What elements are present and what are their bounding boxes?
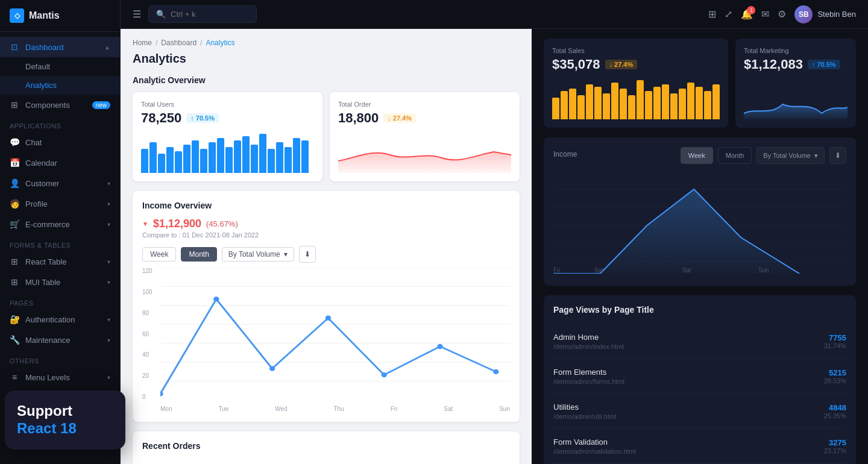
metric-value-sales: $35,078 bbox=[552, 57, 600, 72]
down-arrow-icon: ▼ bbox=[142, 221, 148, 227]
svg-text:Sun: Sun bbox=[758, 267, 769, 274]
list-item: Form Validation /demo/admin/validation.h… bbox=[553, 429, 846, 464]
metric-badge-marketing: ↑ 70.5% bbox=[808, 60, 840, 69]
fullscreen-icon-button[interactable]: ⤢ bbox=[725, 8, 732, 20]
topbar: ☰ 🔍 ⊞ ⤢ 🔔 1 ✉ ⚙ SB Stebin Ben bbox=[121, 0, 868, 29]
auth-icon: 🔐 bbox=[10, 315, 19, 324]
metric-value-order: 18,800 bbox=[338, 110, 379, 126]
mail-icon-button[interactable]: ✉ bbox=[761, 8, 769, 20]
sidebar-item-calendar[interactable]: 📅 Calendar bbox=[0, 152, 120, 173]
income-overview-section: Income Overview ▼ $1,12,900 (45.67%) Com… bbox=[133, 191, 520, 422]
pv-url: /demo/admin/util.html bbox=[553, 413, 824, 420]
sidebar-item-ecommerce[interactable]: 🛒 E-commerce ▾ bbox=[0, 214, 120, 234]
breadcrumb-current: Analytics bbox=[206, 39, 234, 47]
metric-label-users: Total Users bbox=[141, 101, 314, 108]
income-line-chart: 0 20 40 60 80 100 120 bbox=[142, 268, 510, 412]
menu-icon: ≡ bbox=[10, 372, 19, 382]
breadcrumb: Home / Dashboard / Analytics bbox=[133, 39, 520, 47]
sidebar-item-react-table[interactable]: ⊞ React Table ▾ bbox=[0, 251, 120, 272]
chevron-down-icon: ▾ bbox=[107, 279, 110, 286]
volume-select[interactable]: By Total Volume ▾ bbox=[222, 247, 294, 262]
chevron-down-icon: ▾ bbox=[107, 316, 110, 323]
customer-icon: 👤 bbox=[10, 178, 19, 188]
pv-title: Form Elements bbox=[553, 368, 824, 377]
svg-point-8 bbox=[213, 296, 219, 301]
svg-point-9 bbox=[269, 366, 275, 371]
col-product: PRODUCT NAME bbox=[218, 458, 304, 464]
content-light: Home / Dashboard / Analytics Analytics A… bbox=[121, 29, 532, 464]
search-box[interactable]: 🔍 bbox=[148, 5, 257, 23]
content-dark: Total Sales $35,078 ↓ 27.4% Total Market… bbox=[532, 29, 868, 464]
svg-text:Fri: Fri bbox=[553, 267, 560, 274]
metric-badge-order: ↓ 27.4% bbox=[383, 113, 416, 123]
topbar-left: ☰ 🔍 bbox=[133, 5, 701, 23]
svg-point-12 bbox=[437, 344, 442, 349]
new-badge: new bbox=[92, 101, 110, 109]
calendar-icon: 📅 bbox=[10, 158, 19, 168]
sales-bar-chart bbox=[552, 77, 720, 119]
nav-label: React Table bbox=[25, 257, 66, 266]
sidebar-item-profile[interactable]: 🧑 Profile ▾ bbox=[0, 193, 120, 214]
dark-area-svg: Fri Sat Sat Sun bbox=[553, 171, 846, 274]
dark-income-chart: Income Week Month By Total Volume ▾ ⬇ bbox=[544, 137, 856, 286]
month-button[interactable]: Month bbox=[181, 247, 216, 262]
metric-cards: Total Users 78,250 ↑ 70.5% Total Order 1… bbox=[133, 92, 520, 181]
apps-icon-button[interactable]: ⊞ bbox=[708, 8, 716, 20]
maintenance-icon: 🔧 bbox=[10, 335, 19, 345]
sidebar-item-mui-table[interactable]: ⊞ MUI Table ▾ bbox=[0, 272, 120, 292]
sidebar-item-customer[interactable]: 👤 Customer ▾ bbox=[0, 173, 120, 193]
settings-icon-button[interactable]: ⚙ bbox=[778, 8, 786, 20]
chevron-down-icon: ▾ bbox=[107, 259, 110, 265]
col-status: STATUS bbox=[380, 458, 427, 464]
metric-badge-users: ↑ 70.5% bbox=[186, 113, 219, 123]
metric-label-sales: Total Sales bbox=[552, 47, 720, 54]
menu-toggle-button[interactable]: ☰ bbox=[133, 8, 141, 20]
user-avatar: SB bbox=[794, 5, 813, 24]
metric-label-order: Total Order bbox=[338, 101, 511, 108]
breadcrumb-dashboard[interactable]: Dashboard bbox=[161, 39, 197, 47]
support-title: Support React 18 bbox=[17, 403, 113, 437]
page-views-title: Page Views by Page Title bbox=[553, 305, 846, 315]
marketing-area-chart bbox=[744, 77, 848, 119]
svg-text:Sat: Sat bbox=[682, 267, 691, 274]
pv-count: 4848 bbox=[824, 403, 846, 412]
sidebar-item-components[interactable]: ⊞ Components new bbox=[0, 95, 120, 115]
download-button[interactable]: ⬇ bbox=[299, 246, 316, 263]
user-name: Stebin Ben bbox=[817, 10, 856, 19]
page-title: Analytics bbox=[133, 52, 520, 66]
logo[interactable]: ◇ Mantis bbox=[0, 0, 120, 32]
sidebar-item-authentication[interactable]: 🔐 Authentication ▾ bbox=[0, 309, 120, 330]
download-dark-button[interactable]: ⬇ bbox=[829, 147, 846, 164]
sidebar-subitem-default[interactable]: Default bbox=[0, 57, 120, 76]
react18-label: React 18 bbox=[17, 420, 113, 437]
sidebar-subitem-analytics[interactable]: Analytics bbox=[0, 76, 120, 95]
logo-text: Mantis bbox=[29, 10, 60, 21]
search-input[interactable] bbox=[171, 10, 243, 19]
sidebar-item-maintenance[interactable]: 🔧 Maintenance ▾ bbox=[0, 330, 120, 350]
breadcrumb-home[interactable]: Home bbox=[133, 39, 152, 47]
support-react18-popup[interactable]: Support React 18 bbox=[5, 390, 125, 450]
pv-url: /demo/admin/forms.html bbox=[553, 378, 824, 385]
notification-bell-button[interactable]: 🔔 1 bbox=[741, 8, 753, 20]
pv-percent: 25.35% bbox=[824, 412, 846, 419]
week-dark-button[interactable]: Week bbox=[681, 147, 713, 164]
nav-label: Profile bbox=[25, 199, 48, 208]
sidebar-item-label: Components bbox=[25, 101, 70, 110]
list-item: Utilities /demo/admin/util.html 4848 25.… bbox=[553, 394, 846, 429]
pv-percent: 31.74% bbox=[824, 342, 846, 350]
pv-title: Admin Home bbox=[553, 333, 824, 342]
month-dark-button[interactable]: Month bbox=[718, 147, 752, 164]
dark-metric-cards: Total Sales $35,078 ↓ 27.4% Total Market… bbox=[544, 39, 856, 128]
nav-label: Authentication bbox=[25, 315, 75, 324]
metric-card-order: Total Order 18,800 ↓ 27.4% bbox=[330, 92, 520, 181]
week-button[interactable]: Week bbox=[142, 247, 176, 262]
sidebar-item-menu-levels[interactable]: ≡ Menu Levels ▾ bbox=[0, 367, 120, 387]
sidebar-item-chat[interactable]: 💬 Chat bbox=[0, 132, 120, 152]
svg-point-13 bbox=[493, 369, 498, 374]
chevron-down-icon: ▾ bbox=[107, 337, 110, 343]
volume-dark-select[interactable]: By Total Volume ▾ bbox=[756, 147, 825, 164]
col-tracking: TRACKING NO bbox=[142, 458, 218, 464]
chevron-down-icon: ▾ bbox=[107, 201, 110, 207]
sidebar-item-dashboard[interactable]: ⊡ Dashboard ▲ bbox=[0, 37, 120, 57]
user-menu[interactable]: SB Stebin Ben bbox=[794, 5, 856, 24]
